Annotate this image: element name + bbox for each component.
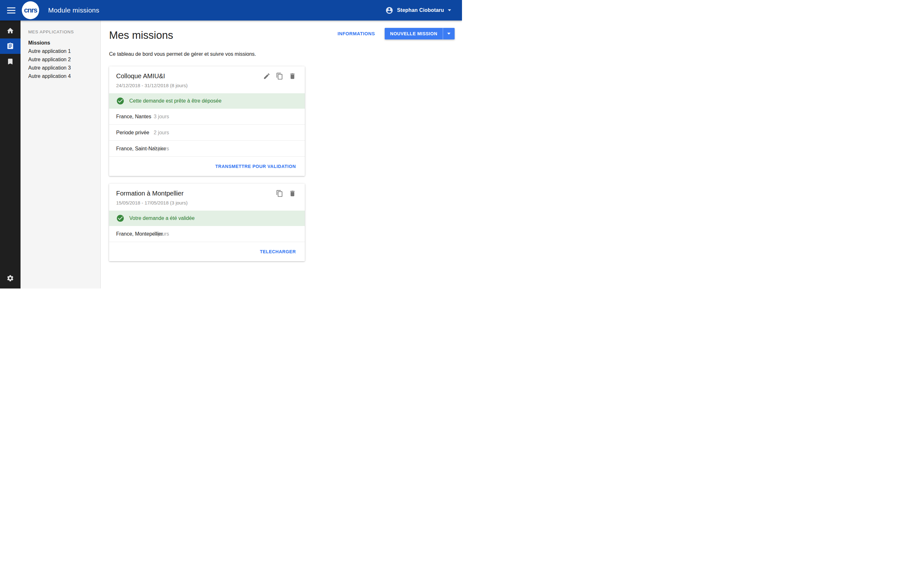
app-header: cnrs Module missions Stephan Ciobotaru (0, 0, 462, 21)
card-dates: 24/12/2018 - 31/12/2018 (8 jours) (116, 82, 298, 89)
rail-item-settings[interactable] (0, 271, 21, 286)
mission-card: Colloque AMIU&I 24/12/2018 - 31/12/2018 … (109, 66, 305, 176)
menu-icon[interactable] (7, 6, 15, 15)
delete-icon[interactable] (289, 73, 296, 80)
new-mission-dropdown-button[interactable] (443, 28, 455, 39)
mission-cards: Colloque AMIU&I 24/12/2018 - 31/12/2018 … (109, 66, 455, 261)
new-mission-split-button: NOUVELLE MISSION (384, 28, 455, 39)
sidebar-item-autre-application-4[interactable]: Autre application 4 (21, 72, 100, 81)
trip-duration: 3 jours (153, 114, 169, 119)
home-icon (6, 27, 14, 35)
cnrs-logo: cnrs (22, 1, 39, 19)
sidebar-section-title: MES APPLICATIONS (28, 29, 100, 34)
trip-location: France, Nantes (116, 114, 151, 119)
card-title: Formation à Montpellier (116, 189, 298, 198)
rail-item-bookmark[interactable] (0, 54, 21, 69)
page-header-actions: INFORMATIONS NOUVELLE MISSION (338, 28, 455, 39)
assignment-icon (6, 42, 14, 50)
informations-link[interactable]: INFORMATIONS (338, 31, 375, 36)
delete-icon[interactable] (289, 190, 296, 197)
trip-row: France, Montepellier3 jours (109, 226, 305, 242)
trip-duration: 2 jours (153, 146, 169, 152)
status-banner: Votre demande a été validée (109, 211, 305, 226)
copy-icon[interactable] (276, 73, 283, 80)
mission-card: Formation à Montpellier 15/05/2018 - 17/… (109, 184, 305, 261)
sidebar-list: MissionsAutre application 1Autre applica… (21, 39, 100, 81)
card-rows: France, Nantes3 joursPeriode privée2 jou… (109, 109, 305, 157)
settings-icon (6, 274, 14, 282)
card-rows: France, Montepellier3 jours (109, 226, 305, 242)
page-title: Mes missions (109, 28, 173, 42)
status-text: Votre demande a été validée (129, 215, 195, 221)
new-mission-button[interactable]: NOUVELLE MISSION (384, 28, 443, 39)
main-content: Mes missions INFORMATIONS NOUVELLE MISSI… (101, 21, 462, 288)
sidebar-item-autre-application-1[interactable]: Autre application 1 (21, 47, 100, 55)
sidebar-item-autre-application-3[interactable]: Autre application 3 (21, 64, 100, 72)
check-circle-icon (116, 214, 124, 222)
check-circle-icon (116, 97, 124, 105)
status-banner: Cette demande est prête à être déposée (109, 93, 305, 109)
rail-item-home[interactable] (0, 23, 21, 39)
card-footer-action[interactable]: TELECHARGER (260, 249, 296, 254)
user-name: Stephan Ciobotaru (397, 7, 444, 13)
card-actions (276, 190, 296, 197)
card-footer-action[interactable]: TRANSMETTRE POUR VALIDATION (215, 164, 296, 169)
edit-icon[interactable] (263, 73, 270, 80)
card-header: Colloque AMIU&I 24/12/2018 - 31/12/2018 … (109, 66, 305, 93)
page-header-row: Mes missions INFORMATIONS NOUVELLE MISSI… (109, 21, 455, 42)
sidebar: MES APPLICATIONS MissionsAutre applicati… (21, 21, 101, 288)
bookmark-icon (6, 58, 14, 65)
rail-item-assignment[interactable] (0, 39, 21, 54)
app-title: Module missions (48, 6, 99, 14)
user-menu[interactable]: Stephan Ciobotaru (385, 6, 451, 15)
trip-row: Periode privée2 jours (109, 125, 305, 141)
card-footer: TELECHARGER (109, 242, 305, 261)
copy-icon[interactable] (276, 190, 283, 197)
trip-duration: 2 jours (153, 130, 169, 135)
page-subtitle: Ce tableau de bord vous permet de gérer … (109, 51, 455, 58)
trip-location: Periode privée (116, 130, 149, 135)
cnrs-logo-text: cnrs (24, 6, 37, 15)
trip-row: France, Nantes3 jours (109, 109, 305, 125)
trip-duration: 3 jours (153, 231, 169, 237)
chevron-down-icon (448, 9, 451, 11)
card-header: Formation à Montpellier 15/05/2018 - 17/… (109, 184, 305, 211)
nav-rail (0, 21, 21, 288)
status-text: Cette demande est prête à être déposée (129, 98, 221, 104)
sidebar-item-autre-application-2[interactable]: Autre application 2 (21, 55, 100, 64)
card-actions (263, 73, 296, 80)
card-dates: 15/05/2018 - 17/05/2018 (3 jours) (116, 199, 298, 206)
card-footer: TRANSMETTRE POUR VALIDATION (109, 157, 305, 176)
account-circle-icon (385, 6, 393, 15)
caret-down-icon (447, 33, 451, 35)
sidebar-item-missions[interactable]: Missions (21, 39, 100, 47)
trip-row: France, Saint-Nazaire2 jours (109, 141, 305, 157)
